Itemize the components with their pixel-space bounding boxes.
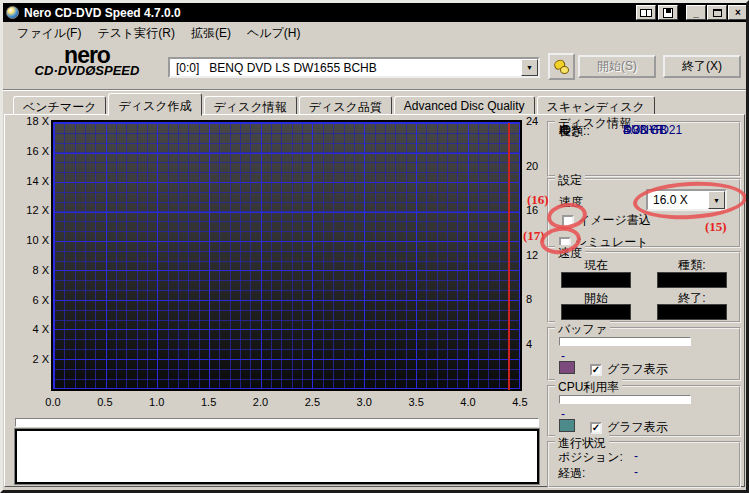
x-axis-tick: 4.0 bbox=[453, 396, 483, 408]
y-axis-left-ticks: 18 X16 X14 X12 X10 X8 X6 X4 X2 X bbox=[15, 115, 49, 366]
current-speed-display bbox=[561, 272, 631, 288]
disc-info-value: 4.38 GB bbox=[623, 123, 667, 137]
disc-icon: Ø bbox=[85, 63, 95, 78]
x-axis-tick: 3.0 bbox=[349, 396, 379, 408]
drive-select-value: [0:0] BENQ DVD LS DW1655 BCHB bbox=[170, 61, 377, 75]
tab[interactable]: Advanced Disc Quality bbox=[394, 96, 535, 115]
speed-chart bbox=[51, 120, 522, 391]
buffer-color-swatch bbox=[559, 361, 575, 374]
result-log-area bbox=[15, 429, 539, 484]
position-row: ポジション: - bbox=[558, 449, 638, 466]
hand-icon bbox=[553, 59, 570, 75]
toolbar-divider bbox=[3, 89, 746, 91]
start-speed-display bbox=[561, 304, 631, 320]
y-axis-left-tick: 8 X bbox=[32, 264, 49, 277]
book-button[interactable] bbox=[636, 5, 656, 20]
annotation-15: (15) bbox=[705, 219, 727, 235]
save-button[interactable] bbox=[658, 5, 678, 20]
start-button[interactable]: 開始(S) bbox=[578, 55, 656, 78]
y-axis-right-tick: 24 bbox=[526, 115, 538, 128]
cpu-graph-label: グラフ表示 bbox=[607, 419, 668, 436]
buffer-graph-option: ✓ グラフ表示 bbox=[590, 361, 668, 378]
disc-end-marker-line bbox=[508, 123, 510, 390]
maximize-icon bbox=[713, 9, 722, 17]
logo-text-cddvdspeed: CD·DVDØSPEED bbox=[13, 63, 161, 78]
maximize-button[interactable] bbox=[707, 5, 727, 20]
elapsed-value: - bbox=[634, 465, 638, 482]
y-axis-left-tick: 16 X bbox=[26, 145, 49, 158]
y-axis-left-tick: 18 X bbox=[26, 115, 49, 128]
tab[interactable]: ディスク作成 bbox=[108, 93, 201, 116]
tab[interactable]: スキャンディスク bbox=[537, 96, 655, 115]
close-icon: × bbox=[735, 8, 741, 18]
app-icon bbox=[6, 6, 19, 19]
elapsed-label: 経過: bbox=[558, 465, 634, 482]
buffer-graph-checkbox[interactable]: ✓ bbox=[590, 364, 602, 376]
x-axis-tick: 2.0 bbox=[246, 396, 276, 408]
nero-logo: nero CD·DVDØSPEED bbox=[13, 45, 161, 78]
exit-button[interactable]: 終了(X) bbox=[663, 55, 741, 78]
tab[interactable]: ベンチマーク bbox=[13, 96, 106, 115]
x-axis-ticks: 0.00.51.01.52.02.53.03.54.04.5 bbox=[38, 396, 535, 408]
drive-select-arrow-button[interactable]: ▼ bbox=[521, 59, 538, 76]
buffer-meter bbox=[559, 337, 691, 346]
disc-info-row: 長さ : 4.38 GB bbox=[559, 123, 733, 137]
drive-select[interactable]: [0:0] BENQ DVD LS DW1655 BCHB ▼ bbox=[168, 57, 540, 78]
tab-bar: ベンチマークディスク作成ディスク情報ディスク品質Advanced Disc Qu… bbox=[5, 92, 746, 115]
position-label: ポジション: bbox=[558, 449, 634, 466]
elapsed-row: 経過: - bbox=[558, 465, 638, 482]
progress-group: 進行状況 ポジション: - 経過: - bbox=[547, 441, 741, 488]
close-button[interactable]: × bbox=[728, 5, 748, 20]
settings-group-title: 設定 bbox=[555, 172, 585, 189]
cpu-color-swatch bbox=[559, 419, 575, 432]
toolbar: nero CD·DVDØSPEED [0:0] BENQ DVD LS DW16… bbox=[3, 45, 746, 87]
buffer-group-title: バッファ bbox=[555, 321, 610, 338]
tab[interactable]: ディスク情報 bbox=[204, 96, 297, 115]
y-axis-left-tick: 14 X bbox=[26, 175, 49, 188]
menu-item[interactable]: 拡張(E) bbox=[183, 23, 239, 44]
annotation-16: (16) bbox=[527, 192, 549, 208]
title-bar: Nero CD-DVD Speed 4.7.0.0 _ × bbox=[3, 3, 746, 22]
type-speed-display bbox=[657, 272, 727, 288]
buffer-group: バッファ - ✓ グラフ表示 bbox=[547, 327, 741, 381]
cpu-graph-checkbox[interactable]: ✓ bbox=[590, 422, 602, 434]
y-axis-right-tick: 4 bbox=[526, 338, 532, 351]
status-strip bbox=[15, 418, 539, 427]
buffer-graph-label: グラフ表示 bbox=[607, 361, 668, 378]
x-axis-tick: 4.5 bbox=[505, 396, 535, 408]
x-axis-tick: 0.0 bbox=[38, 396, 68, 408]
position-value: - bbox=[634, 449, 638, 466]
menu-item[interactable]: ヘルプ(H) bbox=[239, 23, 309, 44]
y-axis-right-tick: 20 bbox=[526, 160, 538, 173]
minimize-icon: _ bbox=[693, 8, 699, 18]
minimize-button[interactable]: _ bbox=[686, 5, 706, 20]
cpu-group: CPU利用率 - ✓ グラフ表示 bbox=[547, 385, 741, 437]
disc-info-label: 長さ : bbox=[559, 123, 623, 137]
select-tests-button[interactable] bbox=[548, 53, 575, 80]
image-write-label: イメージ書込 bbox=[578, 212, 651, 229]
x-axis-tick: 1.0 bbox=[142, 396, 172, 408]
x-axis-tick: 0.5 bbox=[90, 396, 120, 408]
speed-readout-group: 速度 現在 種類: 開始 終了: bbox=[547, 251, 741, 323]
cpu-graph-option: ✓ グラフ表示 bbox=[590, 419, 668, 436]
window-title: Nero CD-DVD Speed 4.7.0.0 bbox=[24, 6, 181, 20]
x-axis-tick: 3.5 bbox=[401, 396, 431, 408]
y-axis-right-tick: 8 bbox=[526, 293, 532, 306]
menu-item[interactable]: ファイル(F) bbox=[9, 23, 89, 44]
cpu-group-title: CPU利用率 bbox=[555, 379, 622, 396]
x-axis-tick: 1.5 bbox=[194, 396, 224, 408]
app-window: Nero CD-DVD Speed 4.7.0.0 _ × ファイル(F)テスト… bbox=[0, 0, 749, 493]
chevron-down-icon: ▼ bbox=[526, 64, 533, 71]
x-axis-tick: 2.5 bbox=[297, 396, 327, 408]
y-axis-left-tick: 2 X bbox=[32, 353, 49, 366]
disc-info-group: ディスク情報 種類: DVD+R ID: SONY D21 長さ : bbox=[547, 121, 741, 177]
book-icon bbox=[640, 9, 652, 17]
y-axis-left-tick: 4 X bbox=[32, 323, 49, 336]
chart-plot-area bbox=[53, 122, 520, 389]
y-axis-right-tick: 12 bbox=[526, 249, 538, 262]
y-axis-left-tick: 10 X bbox=[26, 234, 49, 247]
menu-item[interactable]: テスト実行(R) bbox=[89, 23, 183, 44]
tab[interactable]: ディスク品質 bbox=[299, 96, 392, 115]
floppy-icon bbox=[663, 8, 673, 18]
end-speed-display bbox=[657, 304, 727, 320]
